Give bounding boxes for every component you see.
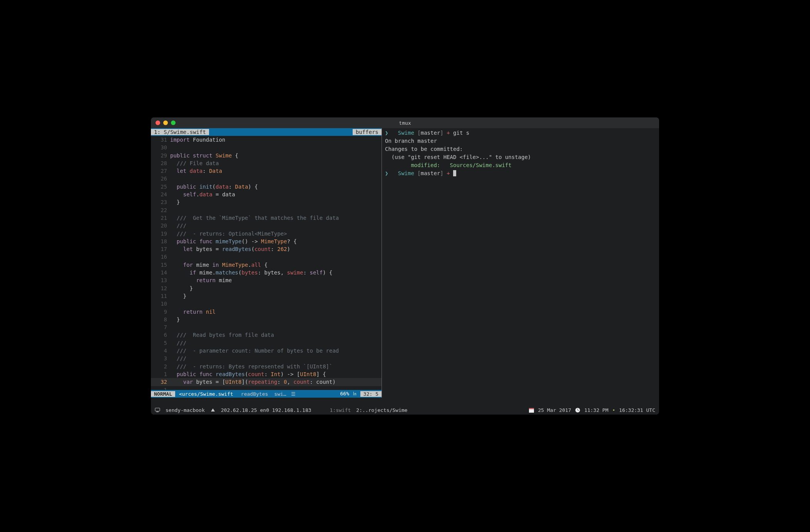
line-number: 23 bbox=[151, 198, 170, 206]
svg-rect-3 bbox=[529, 408, 534, 409]
calendar-icon bbox=[529, 408, 534, 413]
code-line[interactable]: 10 bbox=[151, 300, 382, 308]
tab-buffers-label[interactable]: buffers bbox=[353, 129, 382, 135]
code-content: public func mimeType() -> MimeType? { bbox=[170, 238, 382, 245]
code-content: /// bbox=[170, 339, 382, 347]
minimize-icon[interactable] bbox=[163, 120, 168, 125]
code-line[interactable]: 2 /// - returns: Bytes represented with … bbox=[151, 363, 382, 370]
code-line[interactable]: 24 self.data = data bbox=[151, 191, 382, 198]
line-number: 2 bbox=[151, 363, 170, 370]
code-line[interactable]: 1 public func readBytes(count: Int) -> [… bbox=[151, 370, 382, 378]
code-line[interactable]: 26 bbox=[151, 175, 382, 182]
tmux-window-1[interactable]: 1:swift bbox=[330, 407, 351, 413]
terminal-line: modified: Sources/Swime.swift bbox=[385, 161, 656, 169]
line-number: 5 bbox=[151, 339, 170, 347]
code-content: } bbox=[170, 198, 382, 206]
line-number: 25 bbox=[151, 183, 170, 191]
code-line[interactable]: 1 bbox=[151, 386, 382, 390]
code-line[interactable]: 18 public func mimeType() -> MimeType? { bbox=[151, 238, 382, 245]
code-line[interactable]: 32 var bytes = [UInt8](repeating: 0, cou… bbox=[151, 378, 382, 386]
line-number: 7 bbox=[151, 323, 170, 331]
host-icon bbox=[155, 408, 160, 412]
tmux-panes: 1: S/Swime.swift buffers 31import Founda… bbox=[151, 128, 659, 398]
tmux-date: 25 Mar 2017 bbox=[538, 407, 571, 413]
code-line[interactable]: 12 } bbox=[151, 284, 382, 292]
code-line[interactable]: 17 let bytes = readBytes(count: 262) bbox=[151, 245, 382, 253]
line-number: 31 bbox=[151, 136, 170, 144]
code-content: var bytes = [UInt8](repeating: 0, count:… bbox=[170, 378, 382, 386]
vim-tabline: 1: S/Swime.swift buffers bbox=[151, 128, 382, 136]
code-content bbox=[170, 386, 382, 390]
line-number: 11 bbox=[151, 292, 170, 300]
code-content: return mime bbox=[170, 276, 382, 284]
code-line[interactable]: 7 bbox=[151, 323, 382, 331]
line-number: 29 bbox=[151, 152, 170, 159]
code-line[interactable]: 4 /// - parameter count: Number of bytes… bbox=[151, 347, 382, 355]
code-content bbox=[170, 253, 382, 261]
line-number: 28 bbox=[151, 159, 170, 167]
code-content: /// File data bbox=[170, 159, 382, 167]
editor-pane[interactable]: 1: S/Swime.swift buffers 31import Founda… bbox=[151, 128, 382, 398]
code-content: public struct Swime { bbox=[170, 152, 382, 159]
close-icon[interactable] bbox=[156, 120, 160, 125]
code-line[interactable]: 9 return nil bbox=[151, 308, 382, 316]
code-line[interactable]: 29public struct Swime { bbox=[151, 152, 382, 159]
code-line[interactable]: 27 let data: Data bbox=[151, 167, 382, 175]
statusline-file: <urces/Swime.swift bbox=[175, 391, 237, 397]
line-number: 24 bbox=[151, 191, 170, 198]
code-line[interactable]: 30 bbox=[151, 144, 382, 151]
code-line[interactable]: 16 bbox=[151, 253, 382, 261]
code-line[interactable]: 20 /// bbox=[151, 222, 382, 229]
tab-current-file[interactable]: 1: S/Swime.swift bbox=[151, 129, 209, 135]
code-content bbox=[170, 144, 382, 151]
code-line[interactable]: 15 for mime in MimeType.all { bbox=[151, 261, 382, 269]
code-line[interactable]: 31import Foundation bbox=[151, 136, 382, 144]
code-line[interactable]: 23 } bbox=[151, 198, 382, 206]
code-content: /// - returns: Bytes represented with `[… bbox=[170, 363, 382, 370]
code-line[interactable]: 5 /// bbox=[151, 339, 382, 347]
code-editor[interactable]: 31import Foundation3029public struct Swi… bbox=[151, 136, 382, 390]
code-line[interactable]: 3 /// bbox=[151, 355, 382, 362]
code-line[interactable]: 21 /// Get the `MimeType` that matches t… bbox=[151, 214, 382, 222]
statusline-percent: 66% ㏑ bbox=[337, 390, 360, 397]
code-line[interactable]: 6 /// Read bytes from file data bbox=[151, 331, 382, 339]
network-icon bbox=[210, 408, 216, 412]
code-content: /// - parameter count: Number of bytes t… bbox=[170, 347, 382, 355]
vim-mode: NORMAL bbox=[151, 391, 175, 397]
code-line[interactable]: 11 } bbox=[151, 292, 382, 300]
code-line[interactable]: 13 return mime bbox=[151, 276, 382, 284]
code-content: /// bbox=[170, 222, 382, 229]
tmux-utc: 16:32:31 UTC bbox=[619, 407, 655, 413]
statusline-filetype: swi… bbox=[272, 391, 288, 397]
code-line[interactable]: 25 public init(data: Data) { bbox=[151, 183, 382, 191]
terminal-line: ❯ Swime [master] + bbox=[385, 169, 656, 177]
code-content: let data: Data bbox=[170, 167, 382, 175]
line-number: 4 bbox=[151, 347, 170, 355]
terminal-line: (use "git reset HEAD <file>..." to unsta… bbox=[385, 153, 656, 161]
line-number: 6 bbox=[151, 331, 170, 339]
code-line[interactable]: 8 } bbox=[151, 316, 382, 323]
code-content: for mime in MimeType.all { bbox=[170, 261, 382, 269]
code-content: /// Read bytes from file data bbox=[170, 331, 382, 339]
line-number: 21 bbox=[151, 214, 170, 222]
code-line[interactable]: 19 /// - returns: Optional<MimeType> bbox=[151, 230, 382, 238]
line-number: 1 bbox=[151, 370, 170, 378]
code-content bbox=[170, 323, 382, 331]
shell-pane[interactable]: ❯ Swime [master] + git sOn branch master… bbox=[382, 128, 659, 398]
line-number: 9 bbox=[151, 308, 170, 316]
zoom-icon[interactable] bbox=[171, 120, 176, 125]
terminal-line: On branch master bbox=[385, 137, 656, 145]
code-line[interactable]: 22 bbox=[151, 206, 382, 214]
cursor-icon bbox=[453, 170, 456, 176]
tmux-gap bbox=[151, 398, 659, 405]
code-line[interactable]: 14 if mime.matches(bytes: bytes, swime: … bbox=[151, 269, 382, 276]
line-number: 14 bbox=[151, 269, 170, 276]
tmux-window-2[interactable]: 2:..rojects/Swime bbox=[356, 407, 407, 413]
tmux-statusbar: sendy-macbook 202.62.18.25 en0 192.168.1… bbox=[151, 405, 659, 415]
code-content: if mime.matches(bytes: bytes, swime: sel… bbox=[170, 269, 382, 276]
terminal-window: tmux 1: S/Swime.swift buffers 31import F… bbox=[151, 117, 659, 415]
code-content: /// bbox=[170, 355, 382, 362]
code-line[interactable]: 28 /// File data bbox=[151, 159, 382, 167]
line-number: 30 bbox=[151, 144, 170, 151]
line-number: 12 bbox=[151, 284, 170, 292]
